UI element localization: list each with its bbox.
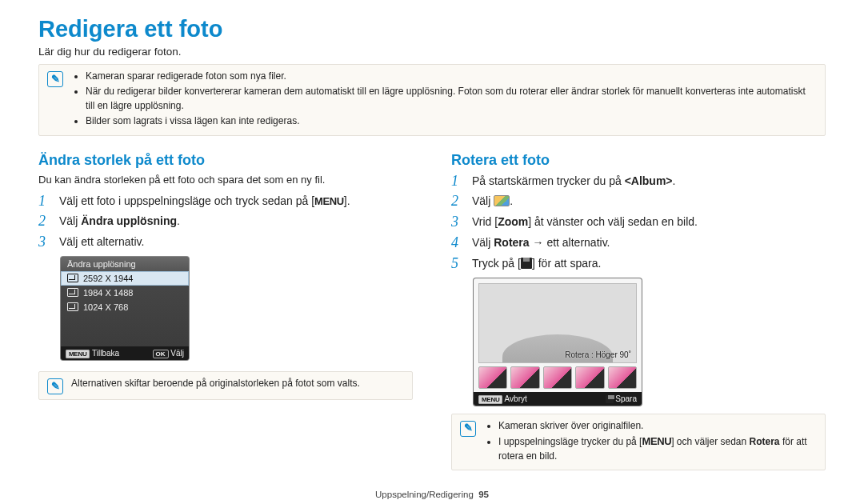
- step-number: 1: [38, 194, 51, 210]
- step-number: 3: [451, 214, 464, 230]
- rotate-step-1: På startskärmen trycker du på <Album>.: [472, 174, 675, 190]
- note-icon: ✎: [47, 378, 63, 394]
- menu-chip-icon: MENU: [478, 395, 502, 404]
- thumb[interactable]: [575, 366, 604, 389]
- rotate-dialog: Rotera : Höger 90˚ MENU Avbryt Spara: [474, 278, 642, 406]
- step-number: 2: [38, 214, 51, 230]
- thumb[interactable]: [543, 366, 572, 389]
- resize-step-1: Välj ett foto i uppspelningsläge och try…: [59, 194, 350, 210]
- rotate-note-item: I uppspelningsläge trycker du på [MENU] …: [498, 434, 817, 463]
- page-footer: Uppspelning/Redigering 95: [0, 490, 864, 499]
- rotate-note: ✎ Kameran skriver över originalfilen. I …: [451, 414, 826, 471]
- top-note-item: Bilder som lagrats i vissa lägen kan int…: [86, 114, 817, 128]
- top-note-item: Kameran sparar redigerade foton som nya …: [86, 70, 817, 83]
- resolution-chip-icon: [67, 288, 78, 297]
- rotate-step-4: Välj Rotera → ett alternativ.: [472, 235, 610, 251]
- thumb[interactable]: [510, 366, 539, 389]
- ok-chip-icon: OK: [153, 350, 169, 358]
- step-number: 4: [451, 235, 464, 251]
- thumb[interactable]: [478, 366, 507, 389]
- dialog-footer: MENU Avbryt Spara: [474, 392, 642, 406]
- resolution-chip-icon: [67, 302, 78, 311]
- top-note-item: När du redigerar bilder konvertererar ka…: [86, 85, 817, 113]
- resize-step-2: Välj Ändra upplösning.: [59, 214, 180, 230]
- resize-section: Ändra storlek på ett foto Du kan ändra s…: [38, 152, 413, 471]
- rotate-thumbnails: [478, 366, 637, 389]
- resize-sub: Du kan ändra storleken på ett foto och s…: [38, 174, 413, 186]
- menu-label: MENU: [314, 195, 344, 207]
- album-icon: [494, 195, 510, 206]
- dialog-title: Ändra upplösning: [61, 257, 189, 271]
- page-title: Redigera ett foto: [38, 16, 826, 42]
- resize-step-3: Välj ett alternativ.: [59, 234, 144, 250]
- step-number: 3: [38, 234, 51, 250]
- resolution-dialog: Ändra upplösning 2592 X 1944 1984 X 1488…: [61, 257, 189, 360]
- resolution-option[interactable]: 1984 X 1488: [61, 286, 189, 300]
- note-icon: ✎: [47, 71, 63, 87]
- rotate-heading: Rotera ett foto: [451, 152, 826, 169]
- step-number: 2: [451, 194, 464, 210]
- rotate-section: Rotera ett foto 1 På startskärmen trycke…: [451, 152, 826, 471]
- resize-heading: Ändra storlek på ett foto: [38, 152, 413, 169]
- dialog-footer: MENU Tillbaka OK Välj: [61, 346, 189, 360]
- save-icon: [606, 395, 614, 403]
- menu-chip-icon: MENU: [66, 350, 90, 358]
- rotate-step-5: Tryck på [] för att spara.: [472, 256, 601, 272]
- resolution-option[interactable]: 1024 X 768: [61, 300, 189, 314]
- rotate-note-item: Kameran skriver över originalfilen.: [498, 419, 817, 433]
- resolution-chip-icon: [67, 274, 78, 282]
- rotate-preview: Rotera : Höger 90˚: [478, 283, 637, 363]
- step-number: 1: [451, 174, 464, 190]
- thumb[interactable]: [608, 366, 637, 389]
- step-number: 5: [451, 256, 464, 272]
- menu-label: MENU: [642, 435, 671, 447]
- note-icon: ✎: [460, 421, 476, 437]
- resize-note: ✎ Alternativen skiftar beroende på origi…: [38, 371, 413, 400]
- rotate-step-2: Välj .: [472, 194, 513, 210]
- rotate-caption: Rotera : Höger 90˚: [565, 350, 631, 359]
- page-intro: Lär dig hur du redigerar foton.: [38, 46, 826, 58]
- resolution-option[interactable]: 2592 X 1944: [61, 271, 189, 286]
- save-icon: [521, 258, 532, 269]
- rotate-step-3: Vrid [Zoom] åt vänster och välj sedan en…: [472, 214, 698, 230]
- top-note: ✎ Kameran sparar redigerade foton som ny…: [38, 64, 826, 136]
